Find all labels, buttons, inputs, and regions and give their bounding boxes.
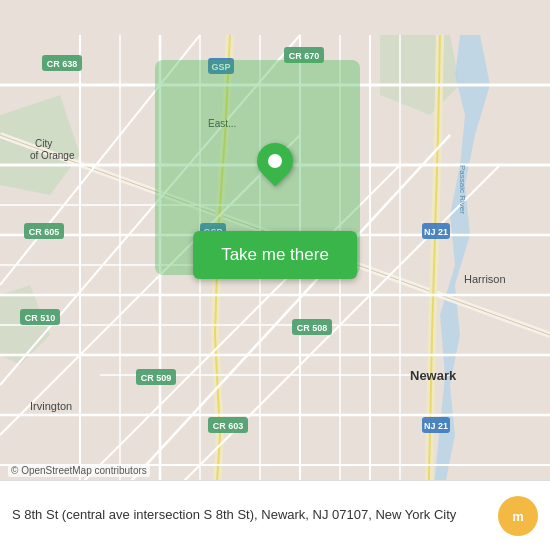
svg-text:Newark: Newark xyxy=(410,368,457,383)
svg-text:Harrison: Harrison xyxy=(464,273,506,285)
take-me-there-button[interactable]: Take me there xyxy=(193,231,357,279)
location-pin xyxy=(257,143,293,179)
svg-text:CR 603: CR 603 xyxy=(213,421,244,431)
info-bar: S 8th St (central ave intersection S 8th… xyxy=(0,480,550,550)
svg-text:NJ 21: NJ 21 xyxy=(424,421,448,431)
moovit-logo: m xyxy=(498,496,538,536)
svg-text:of Orange: of Orange xyxy=(30,150,75,161)
location-info-text: S 8th St (central ave intersection S 8th… xyxy=(12,506,498,524)
svg-text:Irvington: Irvington xyxy=(30,400,72,412)
map-container: CR 638 CR 670 GSP GSP NJ 21 NJ 21 CR 605… xyxy=(0,0,550,550)
moovit-icon: m xyxy=(498,496,538,536)
svg-text:City: City xyxy=(35,138,52,149)
svg-text:CR 508: CR 508 xyxy=(297,323,328,333)
svg-text:Passaic River: Passaic River xyxy=(458,165,467,214)
svg-text:CR 638: CR 638 xyxy=(47,59,78,69)
svg-text:m: m xyxy=(512,509,523,523)
svg-text:NJ 21: NJ 21 xyxy=(424,227,448,237)
map-attribution: © OpenStreetMap contributors xyxy=(8,464,150,477)
svg-text:CR 509: CR 509 xyxy=(141,373,172,383)
svg-text:CR 605: CR 605 xyxy=(29,227,60,237)
svg-text:CR 510: CR 510 xyxy=(25,313,56,323)
